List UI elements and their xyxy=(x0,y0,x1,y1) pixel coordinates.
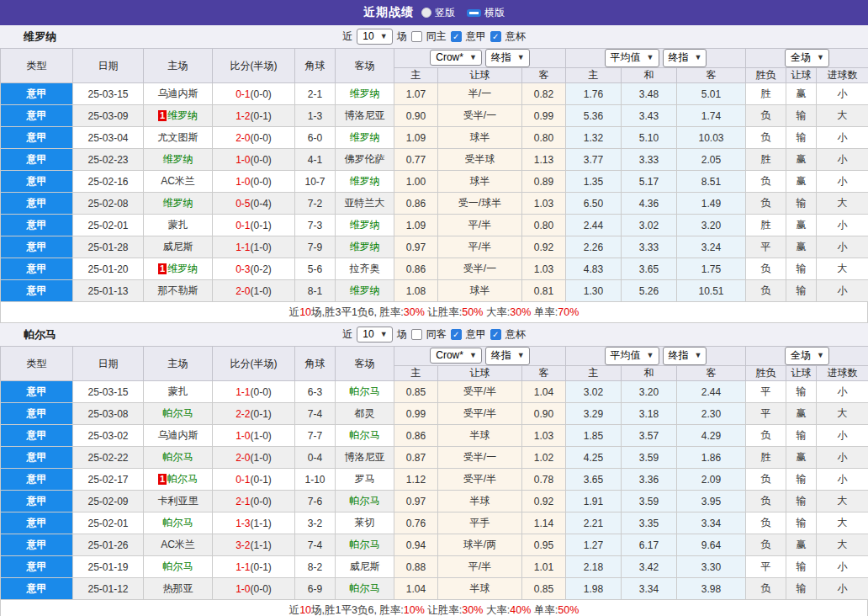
cell-corner: 8-2 xyxy=(295,556,336,578)
cell-corner: 7-4 xyxy=(295,403,336,425)
cell-odds-home: 0.76 xyxy=(394,512,438,534)
serie-a-checkbox[interactable]: ✓ xyxy=(451,31,462,42)
cell-handicap: 平/半 xyxy=(438,215,522,236)
sub-header-handicap-result: 让球 xyxy=(786,366,817,381)
cell-result: 负 xyxy=(746,491,786,512)
cell-avg-draw: 3.35 xyxy=(622,512,677,534)
layout-radio-group: 竖版 横版 xyxy=(421,6,505,20)
summary-segment: 近 xyxy=(289,604,300,616)
cell-away: 博洛尼亚 xyxy=(336,105,394,127)
cell-result: 负 xyxy=(746,127,786,149)
match-row: 意甲25-02-01帕尔马1-3(1-1)3-2莱切0.76平手1.142.21… xyxy=(1,512,868,534)
odds-time-select[interactable]: 终指▼ xyxy=(485,49,530,67)
cell-odds-away: 0.80 xyxy=(522,127,566,149)
cell-date: 25-03-08 xyxy=(73,403,144,425)
same-venue-checkbox[interactable] xyxy=(411,31,422,42)
col-header-corner: 角球 xyxy=(295,347,336,381)
same-venue-checkbox[interactable] xyxy=(411,329,422,340)
cell-goals: 大 xyxy=(817,258,868,280)
cell-away: 帕尔马 xyxy=(336,534,394,556)
cell-goals: 小 xyxy=(817,556,868,578)
cell-away: 莱切 xyxy=(336,512,394,534)
page-title: 近期战绩 xyxy=(363,5,414,20)
bookmaker-select[interactable]: Crow*▼ xyxy=(430,348,482,364)
avg-time-select[interactable]: 终指▼ xyxy=(663,347,707,365)
italy-cup-checkbox[interactable]: ✓ xyxy=(490,31,501,42)
summary-segment: 40% xyxy=(510,604,531,616)
cell-corner: 8-1 xyxy=(295,280,336,302)
cell-goals: 小 xyxy=(817,469,868,491)
cell-avg-draw: 3.57 xyxy=(622,425,677,447)
sub-header-guest: 客 xyxy=(522,366,566,381)
scope-select[interactable]: 全场▼ xyxy=(785,347,829,365)
vertical-layout-label: 竖版 xyxy=(435,6,455,20)
parma-summary: 近10场,胜1平3负6, 胜率:10% 让胜率:30% 大率:40% 单率:50… xyxy=(0,600,868,616)
cell-goals: 小 xyxy=(817,447,868,469)
cell-score: 1-0(0-0) xyxy=(213,149,295,171)
cell-avg-away: 3.98 xyxy=(677,578,746,600)
cell-date: 25-03-02 xyxy=(73,425,144,447)
cell-home: 乌迪内斯 xyxy=(144,83,213,105)
near-label: 近 xyxy=(342,327,352,342)
cell-avg-home: 2.44 xyxy=(566,215,622,236)
cell-date: 25-01-20 xyxy=(73,258,144,280)
cell-league: 意甲 xyxy=(1,469,73,491)
cell-avg-home: 2.26 xyxy=(566,236,622,258)
cell-result: 胜 xyxy=(746,447,786,469)
chevron-down-icon: ▼ xyxy=(695,352,702,359)
cell-odds-away: 0.89 xyxy=(522,171,566,193)
cell-score: 1-0(0-0) xyxy=(213,171,295,193)
cell-avg-home: 2.21 xyxy=(566,512,622,534)
cell-odds-away: 1.02 xyxy=(522,447,566,469)
cell-avg-home: 1.35 xyxy=(566,171,622,193)
cell-odds-home: 0.90 xyxy=(394,105,438,127)
bookmaker-select[interactable]: Crow*▼ xyxy=(430,50,482,66)
matches-count-select[interactable]: 10▼ xyxy=(357,327,392,343)
cell-odds-away: 0.92 xyxy=(522,236,566,258)
cell-date: 25-01-12 xyxy=(73,578,144,600)
match-row: 意甲25-02-01蒙扎0-1(0-1)7-3维罗纳1.09平/半0.802.4… xyxy=(1,215,868,236)
cell-home: 那不勒斯 xyxy=(144,280,213,302)
cell-home: 尤文图斯 xyxy=(144,127,213,149)
cell-handicap-result: 赢 xyxy=(786,149,817,171)
cell-home: 维罗纳 xyxy=(144,193,213,215)
cell-league: 意甲 xyxy=(1,258,73,280)
cell-handicap-result: 输 xyxy=(786,258,817,280)
cell-avg-draw: 3.34 xyxy=(622,578,677,600)
cell-handicap: 半球 xyxy=(438,491,522,512)
cell-home: AC米兰 xyxy=(144,534,213,556)
cell-goals: 大 xyxy=(817,193,868,215)
radio-icon[interactable] xyxy=(421,8,431,18)
cell-avg-home: 3.29 xyxy=(566,403,622,425)
cell-result: 负 xyxy=(746,193,786,215)
vertical-layout-radio[interactable]: 竖版 xyxy=(421,6,455,20)
scope-select[interactable]: 全场▼ xyxy=(785,49,829,67)
radio-selected-icon[interactable] xyxy=(467,9,481,17)
cell-avg-draw: 3.33 xyxy=(622,236,677,258)
matches-count-select[interactable]: 10▼ xyxy=(357,29,392,45)
cell-handicap: 受平/半 xyxy=(438,381,522,403)
average-select[interactable]: 平均值▼ xyxy=(605,49,659,67)
page-header: 近期战绩 竖版 横版 xyxy=(0,0,868,25)
odds-time-select[interactable]: 终指▼ xyxy=(485,347,530,365)
rank-badge: 1 xyxy=(158,263,167,274)
cell-handicap: 半/一 xyxy=(438,83,522,105)
average-select[interactable]: 平均值▼ xyxy=(605,347,659,365)
summary-segment: 50% xyxy=(462,306,483,318)
serie-a-checkbox[interactable]: ✓ xyxy=(451,329,462,340)
cell-avg-home: 1.30 xyxy=(566,280,622,302)
cell-score: 2-0(1-0) xyxy=(213,447,295,469)
chevron-down-icon: ▼ xyxy=(647,352,654,359)
cell-corner: 7-7 xyxy=(295,425,336,447)
cell-avg-draw: 3.18 xyxy=(622,403,677,425)
italy-cup-checkbox[interactable]: ✓ xyxy=(490,329,501,340)
cell-odds-home: 0.97 xyxy=(394,491,438,512)
cell-odds-home: 0.86 xyxy=(394,258,438,280)
cell-avg-away: 10.03 xyxy=(677,127,746,149)
cell-home: 蒙扎 xyxy=(144,215,213,236)
horizontal-layout-radio[interactable]: 横版 xyxy=(467,6,505,20)
cell-home: 1帕尔马 xyxy=(144,469,213,491)
col-header-date: 日期 xyxy=(73,49,144,83)
avg-time-select[interactable]: 终指▼ xyxy=(663,49,707,67)
cell-date: 25-03-15 xyxy=(73,381,144,403)
